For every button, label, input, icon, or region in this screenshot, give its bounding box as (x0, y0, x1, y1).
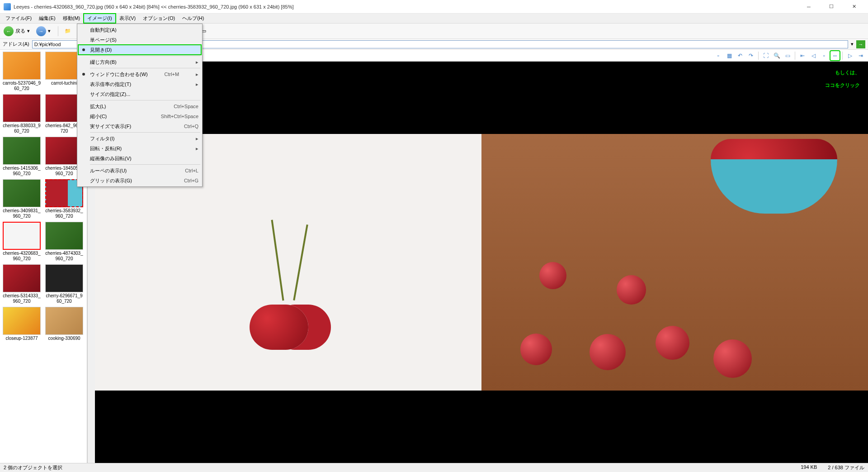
viewer-btn-zoom[interactable]: 🔍 (772, 51, 781, 60)
dropdown-item-8[interactable]: サイズの指定(Z)... (78, 89, 201, 99)
image-right (481, 134, 868, 391)
titlebar: Leeyes - cherries-4320683_960_720.jpg (9… (0, 0, 868, 14)
viewer-btn-next[interactable]: ▷ (845, 51, 854, 60)
back-arrow-icon: ← (4, 26, 14, 36)
dropdown-item-12[interactable]: 実サイズで表示(F)Ctrl+Q (78, 121, 201, 131)
dropdown-item-19[interactable]: グリッドの表示(G)Ctrl+G (78, 176, 201, 186)
address-go-button[interactable]: → (856, 40, 865, 48)
dropdown-item-14[interactable]: フィルタ(I)▸ (78, 133, 201, 143)
thumbnail[interactable]: cherries-5314333_960_720 (2, 264, 42, 304)
menu-item-4[interactable]: 表示(V) (116, 14, 140, 23)
forward-arrow-icon: → (36, 26, 46, 36)
menu-item-0[interactable]: ファイル(F) (2, 14, 35, 23)
dropdown-item-6[interactable]: ウィンドウに合わせる(W)Ctrl+M▸ (78, 69, 201, 79)
status-left: 2 個のオブジェクトを選択 (4, 464, 62, 471)
menubar: ファイル(F)編集(E)移動(M)イメージ(I)表示(V)オプション(O)ヘルプ… (0, 14, 868, 24)
dropdown-item-0[interactable]: 自動判定(A) (78, 25, 201, 35)
back-button[interactable]: ← 戻る ▾ (3, 25, 33, 37)
viewer-toolbar: ▶ ⏹ ▫ ▦ ↶ ↷ ⛶ 🔍 ▭ ⇤ ◁ ▫ ▫▫ ▷ ⇥ (95, 50, 868, 62)
viewer-btn-last[interactable]: ⇥ (856, 51, 865, 60)
thumbnail[interactable]: cherry-6296671_960_720 (44, 264, 84, 304)
annotation-right: もしくは、 ココをクリック (825, 66, 860, 91)
dropdown-item-15[interactable]: 回転・反転(R)▸ (78, 143, 201, 153)
viewer-btn-prev[interactable]: ◁ (809, 51, 818, 60)
address-label: アドレス(A) (3, 41, 29, 48)
thumbnail[interactable]: cherries-3409831_960_720 (2, 179, 42, 219)
thumbnail-panel[interactable]: carrots-5237046_960_720carrot-tuchiniche… (0, 50, 87, 463)
image-canvas[interactable]: １．イメージ ２．見開き もしくは、 ココをクリック (95, 62, 868, 463)
menu-item-1[interactable]: 編集(E) (35, 14, 59, 23)
dropdown-item-10[interactable]: 拡大(L)Ctrl+Space (78, 101, 201, 111)
viewer-btn-actual[interactable]: ▭ (783, 51, 792, 60)
dropdown-item-7[interactable]: 表示倍率の指定(T)▸ (78, 79, 201, 89)
thumbnail[interactable]: cherries-4320683_960_720 (2, 222, 42, 262)
viewer-btn-fit[interactable]: ⛶ (761, 51, 770, 60)
maximize-button[interactable]: ☐ (821, 0, 842, 14)
dropdown-item-1[interactable]: 単ページ(S) (78, 35, 201, 45)
dropdown-item-16[interactable]: 縦画像のみ回転(V) (78, 153, 201, 163)
thumbnail[interactable]: carrots-5237046_960_720 (2, 52, 42, 91)
dropdown-item-2[interactable]: 見開き(D) (78, 45, 201, 55)
viewer-btn-grid[interactable]: ▦ (725, 51, 734, 60)
thumbnail[interactable]: closeup-123877 (2, 307, 42, 341)
menu-item-2[interactable]: 移動(M) (59, 14, 84, 23)
status-count: 2 / 638 ファイル (828, 464, 864, 471)
thumbnail[interactable]: cherries-4874303_960_720 (44, 222, 84, 262)
viewer-btn-rotate-right[interactable]: ↷ (746, 51, 755, 60)
viewer-btn-spread[interactable]: ▫▫ (830, 51, 840, 60)
image-menu-dropdown: 自動判定(A)単ページ(S)見開き(D)綴じ方向(B)▸ウィンドウに合わせる(W… (77, 24, 203, 187)
minimize-button[interactable]: ─ (798, 0, 819, 14)
status-size: 194 KB (801, 464, 817, 471)
menu-item-6[interactable]: ヘルプ(H) (179, 14, 208, 23)
folder-up-icon: 📁 (65, 28, 71, 34)
app-icon (4, 3, 11, 10)
statusbar: 2 個のオブジェクトを選択 194 KB 2 / 638 ファイル (0, 463, 868, 472)
address-dropdown-icon[interactable]: ▾ (851, 41, 854, 47)
thumbnail[interactable]: cherries-1415306_960_720 (2, 137, 42, 176)
dropdown-item-11[interactable]: 縮小(C)Shift+Ctrl+Space (78, 111, 201, 121)
menu-item-5[interactable]: オプション(O) (139, 14, 179, 23)
menu-item-3[interactable]: イメージ(I) (84, 14, 115, 23)
up-folder-button[interactable]: 📁 (62, 25, 74, 37)
dropdown-item-18[interactable]: ルーペの表示(U)Ctrl+L (78, 166, 201, 176)
close-button[interactable]: ✕ (844, 0, 864, 14)
image-viewer: ▶ ⏹ ▫ ▦ ↶ ↷ ⛶ 🔍 ▭ ⇤ ◁ ▫ ▫▫ ▷ ⇥ １．イメージ ２．… (95, 50, 868, 463)
thumbnail[interactable]: cherries-838033_960_720 (2, 94, 42, 134)
thumbnail[interactable]: cooking-330690 (44, 307, 84, 341)
viewer-btn-single[interactable]: ▫ (820, 51, 829, 60)
viewer-btn-rotate-left[interactable]: ↶ (736, 51, 745, 60)
dropdown-item-4[interactable]: 綴じ方向(B)▸ (78, 57, 201, 67)
forward-button[interactable]: → ▾ (35, 25, 54, 37)
viewer-btn-first[interactable]: ⇤ (798, 51, 807, 60)
window-title: Leeyes - cherries-4320683_960_720.jpg (9… (14, 4, 798, 10)
viewer-btn-page[interactable]: ▫ (714, 51, 723, 60)
